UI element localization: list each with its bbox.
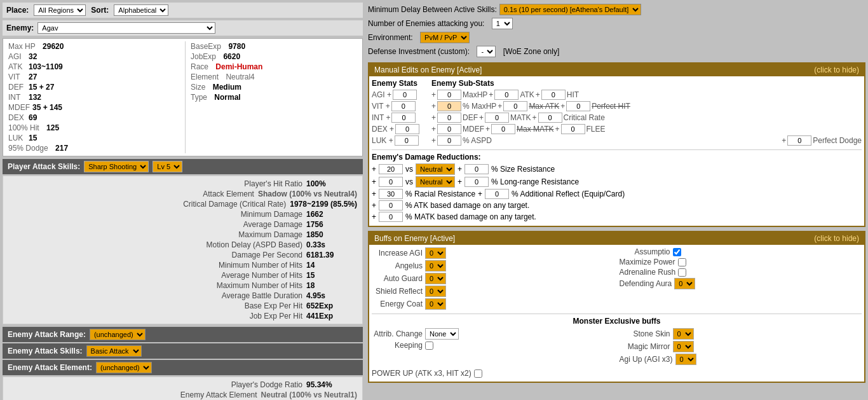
defense-label: Defense Investment (custom): [368,47,470,56]
enemy-attack-skills-row: Enemy Attack Skills: Basic Attack [3,343,363,359]
pct-maxhp-input[interactable] [437,101,461,111]
manual-click-hide[interactable]: (click to hide) [814,66,859,74]
maxhp-input[interactable] [437,90,461,100]
attack-lv-select[interactable]: Lv 5 [153,161,182,172]
size-res-val2[interactable] [465,164,489,174]
luk-label: LUK [8,134,26,142]
assumptio-checkbox[interactable] [673,248,681,256]
pct-aspd-input[interactable] [437,135,461,146]
auto-guard-select[interactable]: 0 [425,273,446,284]
additional-reflect-val[interactable] [485,189,509,199]
stone-skin-select[interactable]: 0 [673,328,694,340]
max-hp-value: 29620 [43,42,64,51]
def-sub-input[interactable] [437,113,461,123]
angelus-select[interactable]: 0 [425,260,446,272]
enemy-substats-header: Enemy Sub-Stats [431,79,862,88]
vs-neutral-select1[interactable]: Neutral [416,163,455,175]
atk-value: 103~1109 [29,62,63,71]
mdef-sub-input[interactable] [437,124,461,134]
energy-coat-select[interactable]: 0 [425,298,446,310]
buffs-click-hide[interactable]: (click to hide) [814,234,859,243]
stats-box: Max HP 29620 AGI 32 ATK 103~1109 VIT 27 … [3,38,363,156]
dodge-ratio-label: Player's Dodge Ratio [8,380,306,389]
vs-neutral-select2[interactable]: Neutral [416,176,455,188]
mdef-value: 35 + 145 [32,103,62,112]
agi-up-select[interactable]: 0 [675,354,696,365]
magic-mirror-select[interactable]: 0 [673,341,694,352]
adrenaline-rush-label: Adrenaline Rush [620,268,676,277]
attack-element-label: Enemy Attack Element: [8,363,92,372]
adrenaline-rush-checkbox[interactable] [678,268,686,277]
hit-value: 125 [46,123,59,132]
matk-input[interactable] [485,113,509,123]
enemies-select[interactable]: 1 [492,18,513,29]
place-sort-row: Place: All Regions Sort: Alphabetical [3,3,363,18]
attack-range-select[interactable]: (unchanged) [90,329,146,340]
maximize-power-label: Maximize Power [620,258,675,266]
enemy-substats-col: Enemy Sub-Stats + MaxHP + ATK + HIT + % … [431,79,862,147]
atk-pct-val[interactable] [379,200,403,210]
int-value: 132 [29,93,41,102]
defense-select[interactable]: - [477,46,496,57]
enemy-label: Enemy: [6,24,34,32]
size-res-val1[interactable] [379,164,403,174]
type-value: Normal [214,93,240,102]
def-label: DEF [8,83,26,92]
motion-delay-value: 0.33s [306,240,357,249]
luk-input[interactable] [395,135,419,146]
environment-label: Environment: [368,33,413,42]
enemy-stats-header: Enemy Stats [372,79,429,88]
attack-skill-select[interactable]: Sharp Shooting [84,161,149,172]
keeping-checkbox[interactable] [425,341,433,350]
matk-pct-val[interactable] [379,212,403,222]
monster-buffs-left: Attrib. Change None Keeping [372,328,614,366]
attrib-change-select[interactable]: None [425,328,459,340]
avg-dmg-value: 1756 [306,220,357,229]
attack-element-select[interactable]: (unchanged) [96,362,152,373]
maximize-power-checkbox[interactable] [678,258,686,266]
defending-aura-select[interactable]: 0 [674,278,695,289]
size-value: Medium [213,83,241,92]
agi-input[interactable] [393,90,417,100]
max-dmg-value: 1850 [306,230,357,239]
vit-input[interactable] [391,101,416,111]
monster-buffs-right: Stone Skin 0 Magic Mirror 0 Agi Up (AGI … [620,328,862,366]
enemy-select[interactable]: Agav [37,22,215,34]
min-delay-label: Minimum Delay Between Active Skills: [368,5,497,14]
assumptio-label: Assumptio [620,247,670,256]
energy-coat-label: Energy Coat [372,300,423,308]
hit-sub-input[interactable] [541,90,566,100]
buffs-header: Buffs on Enemy [Active] (click to hide) [369,232,864,245]
sort-select[interactable]: Alphabetical [114,4,168,16]
shield-reflect-select[interactable]: 0 [425,286,446,297]
environment-select[interactable]: PvM / PvP [420,32,470,43]
damage-reductions-label: Enemy's Damage Reductions: [372,153,862,162]
perfect-dodge-input[interactable] [787,135,811,146]
power-up-checkbox[interactable] [474,369,482,378]
enemy-attack-element-row: Enemy Attack Element: (unchanged) [3,360,363,375]
agi-value: 32 [29,52,37,61]
min-hits-value: 14 [306,261,357,270]
int-input[interactable] [391,113,416,123]
race-value: Demi-Human [215,62,262,71]
long-range-val1[interactable] [379,177,403,187]
atk-sub-input[interactable] [494,90,519,100]
max-matk-input[interactable] [491,124,515,134]
keeping-label: Keeping [372,341,423,350]
flee-input[interactable] [561,124,585,134]
damage-reductions: Enemy's Damage Reductions: + vs Neutral … [372,149,862,222]
attack-skills-select[interactable]: Basic Attack [86,345,142,357]
increase-agi-select[interactable]: 0 [425,247,446,259]
crit-rate-input[interactable] [538,113,562,123]
perfect-hit-input[interactable] [566,101,590,111]
long-range-val2[interactable] [465,177,489,187]
max-atk-input[interactable] [503,101,527,111]
place-select[interactable]: All Regions [34,4,86,16]
min-delay-select[interactable]: 0.1s (10 per second) [eAthena's Default] [499,4,641,15]
angelus-label: Angelus [372,261,423,270]
avg-hits-value: 15 [306,271,357,280]
manual-edits-section: Manual Edits on Enemy [Active] (click to… [368,62,865,227]
atk-label: ATK [8,62,26,71]
dex-input[interactable] [395,124,419,134]
racial-res-val[interactable] [379,189,403,199]
